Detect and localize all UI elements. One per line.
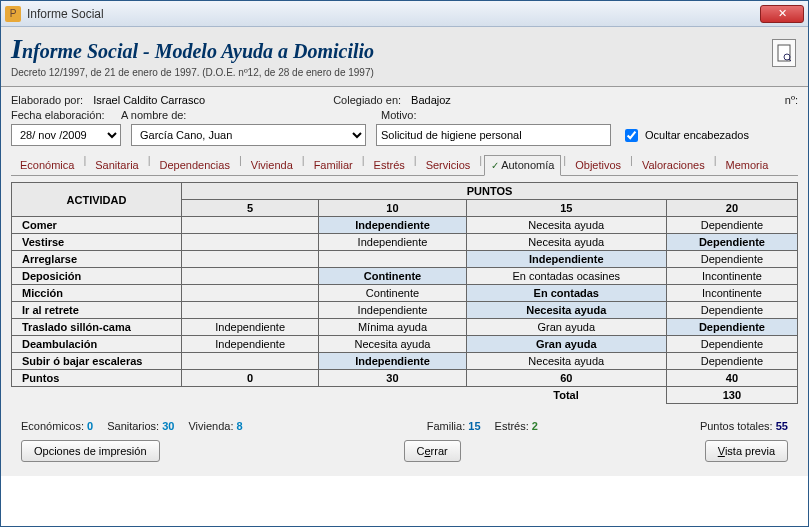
tab-estrés[interactable]: Estrés [367, 155, 412, 176]
grid-cell[interactable] [319, 251, 466, 268]
est-label: Estrés: [495, 420, 529, 432]
grid-cell[interactable] [182, 217, 319, 234]
tab-familiar[interactable]: Familiar [307, 155, 360, 176]
activity-cell: Arreglarse [12, 251, 182, 268]
grid-cell[interactable]: Gran ayuda [466, 336, 666, 353]
activity-cell: Deambulación [12, 336, 182, 353]
grid-cell[interactable] [182, 268, 319, 285]
grid-cell[interactable]: Necesita ayuda [466, 353, 666, 370]
puntos-cell: 40 [666, 370, 797, 387]
tab-vivienda[interactable]: Vivienda [244, 155, 300, 176]
tab-sanitaria[interactable]: Sanitaria [88, 155, 145, 176]
grid-cell[interactable]: Incontinente [666, 285, 797, 302]
grid-cell[interactable]: Independiente [319, 302, 466, 319]
puntos-cell: 0 [182, 370, 319, 387]
button-bar: Opciones de impresión Cerrar Vista previ… [11, 432, 798, 470]
activity-cell: Subir ó bajar escaleras [12, 353, 182, 370]
close-button[interactable]: Cerrar [404, 440, 461, 462]
col-puntos: PUNTOS [182, 183, 798, 200]
tab-servicios[interactable]: Servicios [419, 155, 478, 176]
puntos-cell: 60 [466, 370, 666, 387]
grid-cell[interactable]: Independiente [319, 234, 466, 251]
grid-cell[interactable]: Independiente [182, 336, 319, 353]
grid-cell[interactable]: Dependiente [666, 353, 797, 370]
grid-cell[interactable]: Necesita ayuda [466, 302, 666, 319]
col-10: 10 [319, 200, 466, 217]
tab-bar: Económica|Sanitaria|Dependencias|Viviend… [11, 154, 798, 176]
fecha-label: Fecha elaboración: [11, 109, 111, 121]
grid-cell[interactable]: Dependiente [666, 302, 797, 319]
window-close-button[interactable]: ✕ [760, 5, 804, 23]
viv-label: Vivienda: [188, 420, 233, 432]
grid-cell[interactable] [182, 234, 319, 251]
tab-económica[interactable]: Económica [13, 155, 81, 176]
econ-value: 0 [87, 420, 93, 432]
grid-cell[interactable]: Continente [319, 285, 466, 302]
col-15: 15 [466, 200, 666, 217]
app-window: P Informe Social ✕ Informe Social - Mode… [0, 0, 809, 527]
grid-cell[interactable]: Independiente [466, 251, 666, 268]
activity-cell: Deposición [12, 268, 182, 285]
tab-valoraciones[interactable]: Valoraciones [635, 155, 712, 176]
page-header: Informe Social - Modelo Ayuda a Domicili… [1, 27, 808, 87]
viv-value: 8 [237, 420, 243, 432]
form-body: Elaborado por: Israel Caldito Carrasco C… [1, 87, 808, 476]
ocultar-checkbox[interactable]: Ocultar encabezados [621, 126, 749, 145]
fecha-select[interactable]: 28/ nov /2009 [11, 124, 121, 146]
autonomy-table: ACTIVIDAD PUNTOS 5101520 ComerIndependie… [11, 182, 798, 404]
grid-cell[interactable]: En contadas [466, 285, 666, 302]
grid-cell[interactable]: Dependiente [666, 251, 797, 268]
ocultar-check-input[interactable] [625, 129, 638, 142]
grid-cell[interactable]: Dependiente [666, 234, 797, 251]
grid-cell[interactable]: Gran ayuda [466, 319, 666, 336]
activity-cell: Traslado sillón-cama [12, 319, 182, 336]
puntos-cell: 30 [319, 370, 466, 387]
grid-cell[interactable]: Incontinente [666, 268, 797, 285]
grid-cell[interactable]: Continente [319, 268, 466, 285]
total-label: Total [466, 387, 666, 404]
tot-value: 55 [776, 420, 788, 432]
grid-cell[interactable]: Necesita ayuda [466, 217, 666, 234]
elaborado-value: Israel Caldito Carrasco [93, 94, 323, 106]
grid-cell[interactable]: Dependiente [666, 336, 797, 353]
page-title: Informe Social - Modelo Ayuda a Domicili… [11, 33, 798, 65]
tab-dependencias[interactable]: Dependencias [153, 155, 237, 176]
grid-cell[interactable] [182, 353, 319, 370]
grid-cell[interactable] [182, 285, 319, 302]
col-actividad: ACTIVIDAD [12, 183, 182, 217]
grid-cell[interactable]: Dependiente [666, 217, 797, 234]
grid-cell[interactable]: Dependiente [666, 319, 797, 336]
puntos-label: Puntos [12, 370, 182, 387]
app-icon: P [5, 6, 21, 22]
summary-line: Económicos: 0 Sanitarios: 30 Vivienda: 8… [11, 420, 798, 432]
ocultar-label: Ocultar encabezados [645, 129, 749, 141]
nombre-select[interactable]: García Cano, Juan [131, 124, 366, 146]
motivo-label: Motivo: [381, 109, 416, 121]
grid-cell[interactable] [182, 302, 319, 319]
total-value: 130 [666, 387, 797, 404]
fam-value: 15 [468, 420, 480, 432]
colegiado-label: Colegiado en: [333, 94, 401, 106]
grid-cell[interactable]: Necesita ayuda [319, 336, 466, 353]
activity-cell: Comer [12, 217, 182, 234]
grid-cell[interactable]: Mínima ayuda [319, 319, 466, 336]
motivo-input[interactable] [376, 124, 611, 146]
grid-cell[interactable]: En contadas ocasines [466, 268, 666, 285]
activity-cell: Micción [12, 285, 182, 302]
print-preview-icon[interactable] [772, 39, 796, 67]
tab-autonomía[interactable]: Autonomía [484, 155, 561, 176]
grid-cell[interactable]: Independiente [182, 319, 319, 336]
grid-cell[interactable]: Necesita ayuda [466, 234, 666, 251]
grid-cell[interactable]: Independiente [319, 353, 466, 370]
col-20: 20 [666, 200, 797, 217]
grid-cell[interactable]: Independiente [319, 217, 466, 234]
tab-objetivos[interactable]: Objetivos [568, 155, 628, 176]
est-value: 2 [532, 420, 538, 432]
grid-cell[interactable] [182, 251, 319, 268]
preview-button[interactable]: Vista previa [705, 440, 788, 462]
titlebar: P Informe Social ✕ [1, 1, 808, 27]
nombre-label: A nombre de: [121, 109, 371, 121]
activity-cell: Ir al retrete [12, 302, 182, 319]
print-options-button[interactable]: Opciones de impresión [21, 440, 160, 462]
tab-memoria[interactable]: Memoria [719, 155, 776, 176]
